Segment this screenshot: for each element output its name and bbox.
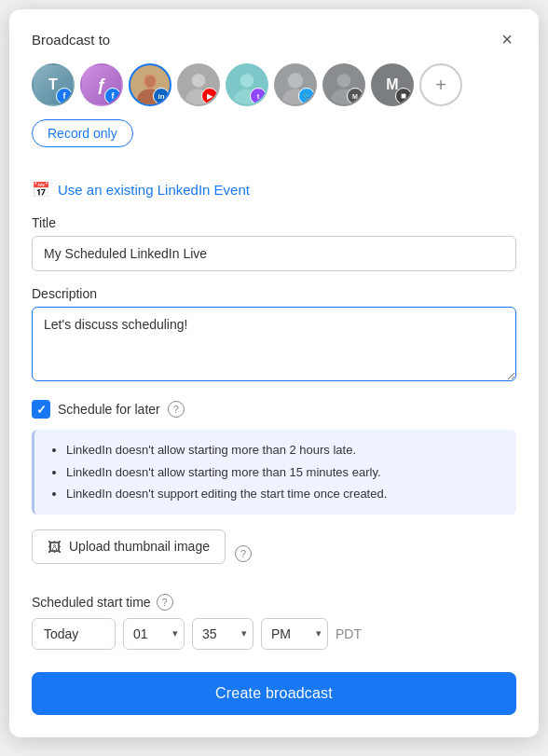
schedule-checkbox[interactable]: ✓ [32,400,50,419]
badge-facebook-1: f [56,88,73,104]
info-list: LinkedIn doesn't allow starting more tha… [49,441,501,503]
description-label: Description [32,286,516,301]
svg-point-5 [192,74,206,88]
svg-point-11 [288,73,303,88]
badge-mux-8: ◼ [395,88,412,104]
svg-point-14 [337,74,351,88]
schedule-row: ✓ Schedule for later ? [32,400,516,419]
badge-mux-7: M [347,88,363,104]
upload-thumbnail-button[interactable]: 🖼 Upload thumbnail image [32,529,226,564]
badge-linkedin-3: in [153,88,170,104]
avatar-8[interactable]: M ◼ [371,63,414,106]
close-button[interactable]: × [498,28,516,50]
upload-row: 🖼 Upload thumbnail image ? [32,529,516,579]
badge-twitter-6: 🐦 [298,88,315,104]
create-broadcast-button[interactable]: Create broadcast [32,672,516,715]
ampm-select-wrapper: AMPM ▾ [261,618,328,650]
avatar-3[interactable]: in [129,63,171,106]
avatar-4[interactable]: ▶ [177,63,220,106]
avatar-1[interactable]: T f [32,63,75,106]
start-time-help-icon[interactable]: ? [157,594,173,611]
info-item-2: LinkedIn doesn't allow starting more tha… [66,463,501,482]
avatar-6[interactable]: 🐦 [274,63,317,106]
badge-youtube-4: ▶ [201,88,218,104]
svg-point-8 [240,74,254,88]
minute-select-wrapper: 00051015 20253035 40455055 ▾ [192,618,253,650]
schedule-label: Schedule for later [58,402,160,417]
scheduled-time-label-row: Scheduled start time ? [32,594,516,611]
ampm-select[interactable]: AMPM [261,618,328,650]
minute-select[interactable]: 00051015 20253035 40455055 [192,618,253,650]
description-input[interactable]: Let's discuss scheduling! [32,307,516,381]
time-row: 01020304 05060708 09101112 ▾ 00051015 20… [32,618,516,650]
add-destination-button[interactable]: + [419,63,462,106]
date-input[interactable] [32,618,116,650]
svg-point-2 [145,76,156,88]
avatar-7[interactable]: M [322,63,365,106]
hour-select-wrapper: 01020304 05060708 09101112 ▾ [123,618,185,650]
broadcast-modal: Broadcast to × T f ƒ f in [9,9,539,737]
badge-twitch-5: t [250,88,267,104]
linkedin-event-link[interactable]: 📅 Use an existing LinkedIn Event [32,181,516,199]
badge-facebook-2: f [104,88,121,104]
calendar-icon: 📅 [32,181,50,199]
title-input[interactable] [32,236,516,271]
avatar-5[interactable]: t [226,63,268,106]
info-box: LinkedIn doesn't allow starting more tha… [32,430,516,515]
timezone-label: PDT [336,626,362,641]
info-item-3: LinkedIn doesn't support editing the sta… [66,485,501,503]
modal-title: Broadcast to [32,32,110,48]
avatars-row: T f ƒ f in ▶ [32,63,516,106]
record-only-button[interactable]: Record only [32,119,133,147]
title-label: Title [32,215,516,230]
image-icon: 🖼 [48,539,62,555]
hour-select[interactable]: 01020304 05060708 09101112 [123,618,185,650]
schedule-help-icon[interactable]: ? [168,401,185,418]
info-item-1: LinkedIn doesn't allow starting more tha… [66,441,501,460]
thumbnail-help-icon[interactable]: ? [235,545,252,562]
modal-header: Broadcast to × [32,28,516,50]
avatar-2[interactable]: ƒ f [80,63,123,106]
